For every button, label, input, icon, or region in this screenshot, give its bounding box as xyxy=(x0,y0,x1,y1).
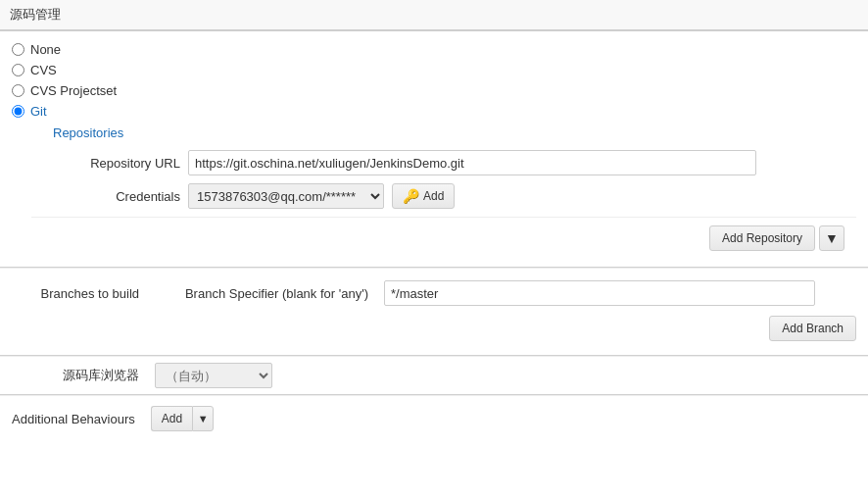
add-behaviours-arrow-button[interactable]: ▼ xyxy=(192,406,214,431)
add-branch-button[interactable]: Add Branch xyxy=(769,316,856,341)
radio-none[interactable] xyxy=(12,43,24,56)
repository-url-input[interactable] xyxy=(188,150,756,175)
radio-option-none: None xyxy=(12,39,856,60)
scm-title: 源码管理 xyxy=(10,7,61,22)
scm-options-container: None CVS CVS Projectset Git Repositories… xyxy=(0,31,868,267)
repository-url-label: Repository URL xyxy=(53,156,180,171)
repository-url-row: Repository URL xyxy=(31,146,856,179)
chevron-down-icon: ▼ xyxy=(825,230,839,246)
radio-cvs-label: CVS xyxy=(30,63,57,77)
radio-option-cvs: CVS xyxy=(12,60,856,80)
branches-header-row: Branches to build Branch Specifier (blan… xyxy=(0,274,868,312)
git-section: Repositories Repository URL Credentials … xyxy=(31,124,856,259)
repository-more-button[interactable]: ▼ xyxy=(819,225,844,251)
key-icon: 🔑 xyxy=(403,188,419,204)
credentials-label: Credentials xyxy=(53,189,180,204)
radio-cvs[interactable] xyxy=(12,64,24,76)
repositories-label: Repositories xyxy=(31,124,856,146)
add-behaviours-split-button: Add ▼ xyxy=(151,406,214,431)
add-behaviours-main-button[interactable]: Add xyxy=(151,406,192,431)
branch-specifier-label: Branch Specifier (blank for 'any') xyxy=(163,286,368,301)
add-branch-row: Add Branch xyxy=(0,312,868,349)
credentials-row: Credentials 1573876303@qq.com/****** 🔑 A… xyxy=(31,179,856,213)
radio-cvs-projectset[interactable] xyxy=(12,84,24,97)
credentials-add-button[interactable]: 🔑 Add xyxy=(392,183,455,209)
radio-none-label: None xyxy=(30,42,61,57)
behaviours-label: Additional Behaviours xyxy=(12,412,135,426)
radio-cvs-projectset-label: CVS Projectset xyxy=(30,83,117,98)
branches-label: Branches to build xyxy=(12,286,139,301)
behaviours-section: Additional Behaviours Add ▼ xyxy=(0,395,868,441)
browser-section: 源码库浏览器 （自动） xyxy=(0,356,868,394)
branch-specifier-input[interactable] xyxy=(384,280,815,306)
browser-label: 源码库浏览器 xyxy=(12,367,139,384)
radio-option-git: Git xyxy=(12,101,856,122)
dropdown-arrow-icon: ▼ xyxy=(198,413,209,424)
radio-option-cvs-projectset: CVS Projectset xyxy=(12,80,856,101)
add-repository-row: Add Repository ▼ xyxy=(31,217,856,259)
radio-git[interactable] xyxy=(12,105,24,118)
scm-section-header: 源码管理 xyxy=(0,0,868,30)
credentials-add-label: Add xyxy=(423,189,444,203)
credentials-select[interactable]: 1573876303@qq.com/****** xyxy=(188,183,384,209)
radio-git-label: Git xyxy=(30,104,47,119)
add-repository-button[interactable]: Add Repository xyxy=(709,225,815,251)
browser-select[interactable]: （自动） xyxy=(155,363,272,388)
branches-section: Branches to build Branch Specifier (blan… xyxy=(0,268,868,355)
